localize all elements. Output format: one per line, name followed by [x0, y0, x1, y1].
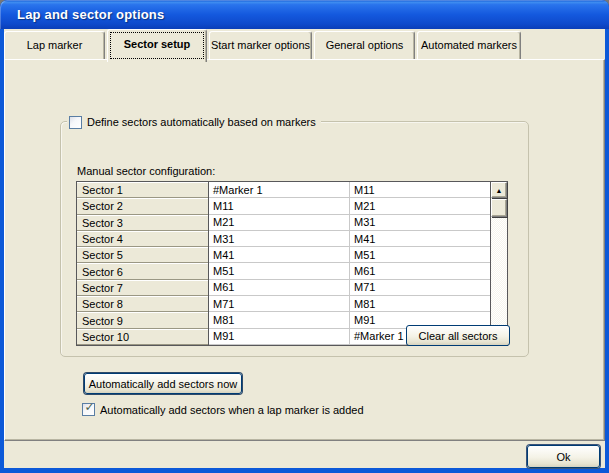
checkmark-icon: ✓	[83, 401, 96, 414]
sector-start-cell[interactable]: M81	[209, 312, 350, 328]
sector-start-cell[interactable]: M51	[209, 263, 350, 279]
tab-general-options[interactable]: General options	[314, 31, 415, 59]
sector-start-cell[interactable]: M71	[209, 296, 350, 312]
sector-row-header[interactable]: Sector 2	[77, 198, 209, 214]
table-row: Sector 6 M51 M61	[77, 263, 490, 279]
window-title: Lap and sector options	[17, 7, 164, 22]
tab-page-sector-setup: Define sectors automatically based on ma…	[4, 59, 605, 441]
table-row: Sector 4 M31 M41	[77, 231, 490, 247]
table-row: Sector 5 M41 M51	[77, 247, 490, 263]
table-row: Sector 1 #Marker 1 M11	[77, 182, 490, 198]
titlebar[interactable]: Lap and sector options	[0, 0, 609, 29]
tab-start-marker-options[interactable]: Start marker options	[209, 31, 312, 59]
define-sectors-checkbox[interactable]	[69, 116, 82, 129]
sector-start-cell[interactable]: M41	[209, 247, 350, 263]
tab-lap-marker[interactable]: Lap marker	[4, 31, 105, 59]
sector-end-cell[interactable]: M81	[350, 296, 490, 312]
auto-add-sectors-checkbox[interactable]: ✓	[82, 403, 95, 416]
define-sectors-label: Define sectors automatically based on ma…	[87, 116, 316, 128]
sector-row-header[interactable]: Sector 1	[77, 182, 209, 198]
sector-start-cell[interactable]: #Marker 1	[209, 182, 350, 198]
dialog-window: Lap and sector options Lap marker Sector…	[0, 0, 609, 473]
auto-add-sectors-label: Automatically add sectors when a lap mar…	[100, 404, 364, 416]
sector-start-cell[interactable]: M21	[209, 215, 350, 231]
ok-button[interactable]: Ok	[527, 445, 600, 468]
clear-all-sectors-button[interactable]: Clear all sectors	[406, 325, 510, 346]
sector-end-cell[interactable]: M11	[350, 182, 490, 198]
sector-row-header[interactable]: Sector 4	[77, 231, 209, 247]
scroll-up-icon[interactable]: ▲	[491, 182, 507, 198]
sector-row-header[interactable]: Sector 5	[77, 247, 209, 263]
sector-row-header[interactable]: Sector 6	[77, 263, 209, 279]
sector-row-header[interactable]: Sector 10	[77, 329, 209, 345]
tab-automated-markers[interactable]: Automated markers	[417, 31, 521, 59]
sector-end-cell[interactable]: M41	[350, 231, 490, 247]
sector-start-cell[interactable]: M11	[209, 198, 350, 214]
sector-table: Sector 1 #Marker 1 M11 Sector 2 M11 M21 …	[76, 181, 508, 346]
table-row: Sector 3 M21 M31	[77, 215, 490, 231]
manual-config-label: Manual sector configuration:	[77, 165, 215, 177]
tab-control: Lap marker Sector setup Start marker opt…	[4, 29, 605, 468]
add-sectors-now-button[interactable]: Automatically add sectors now	[84, 373, 242, 394]
vertical-scrollbar[interactable]: ▲ ▼	[490, 182, 507, 345]
sector-start-cell[interactable]: M31	[209, 231, 350, 247]
table-row: Sector 7 M61 M71	[77, 280, 490, 296]
sector-row-header[interactable]: Sector 9	[77, 312, 209, 328]
sector-end-cell[interactable]: M31	[350, 215, 490, 231]
tab-strip: Lap marker Sector setup Start marker opt…	[4, 29, 605, 60]
table-row: Sector 8 M71 M81	[77, 296, 490, 312]
sector-row-header[interactable]: Sector 3	[77, 215, 209, 231]
sector-row-header[interactable]: Sector 7	[77, 280, 209, 296]
sector-start-cell[interactable]: M91	[209, 329, 350, 345]
sector-end-cell[interactable]: M71	[350, 280, 490, 296]
sector-end-cell[interactable]: M21	[350, 198, 490, 214]
scrollbar-thumb[interactable]	[491, 199, 507, 217]
sector-start-cell[interactable]: M61	[209, 280, 350, 296]
sector-end-cell[interactable]: M61	[350, 263, 490, 279]
sector-end-cell[interactable]: M51	[350, 247, 490, 263]
sector-row-header[interactable]: Sector 8	[77, 296, 209, 312]
tab-sector-setup[interactable]: Sector setup	[107, 29, 207, 62]
sector-grid: Sector 1 #Marker 1 M11 Sector 2 M11 M21 …	[77, 182, 490, 345]
table-row: Sector 2 M11 M21	[77, 198, 490, 214]
